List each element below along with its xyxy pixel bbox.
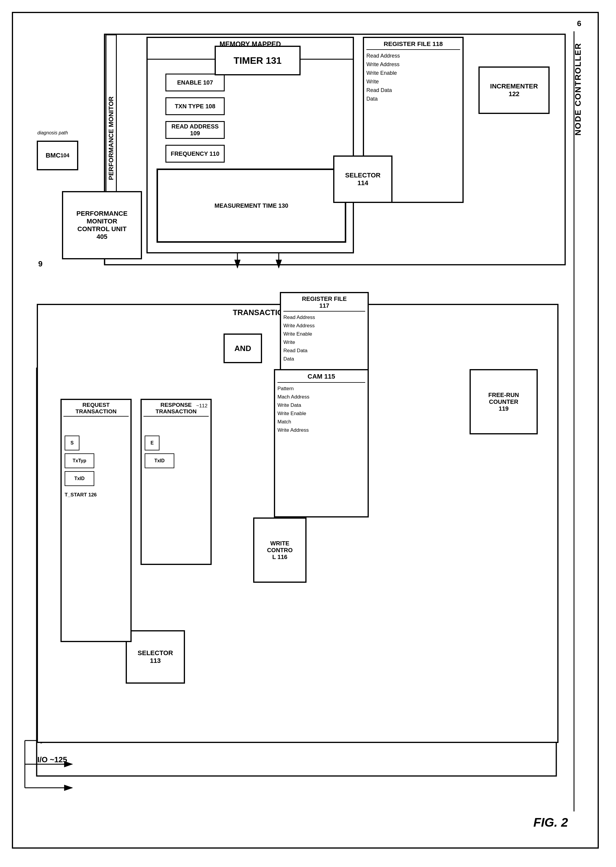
selector-114: SELECTOR114	[333, 156, 393, 203]
request-transaction-box: REQUESTTRANSACTION S TxTyp TxID T_START …	[60, 399, 132, 642]
txn-type-reg: TXN TYPE 108	[165, 97, 225, 115]
measurement-time-reg: MEASUREMENT TIME 130	[157, 169, 346, 243]
diagnosis-path-label: diagnosis path	[37, 130, 68, 136]
ref-6: 6	[577, 19, 581, 28]
enable-reg: ENABLE 107	[165, 74, 225, 91]
timer-box: TIMER 131	[215, 46, 300, 76]
fig-label: FIG. 2	[533, 815, 568, 830]
cam-115: CAM 115 Pattern Mach Address Write Data …	[274, 369, 369, 517]
pmcu-box: PERFORMANCEMONITORCONTROL UNIT405	[62, 191, 142, 259]
read-address-reg: READ ADDRESS 109	[165, 121, 225, 139]
ref-9: 9	[38, 259, 42, 268]
selector-113: SELECTOR113	[126, 630, 185, 684]
response-transaction-box: RESPONSETRANSACTION ~112 E TxID	[140, 399, 212, 565]
bmc-box: BMC104	[37, 141, 78, 170]
free-run-counter: FREE-RUNCOUNTER119	[470, 369, 538, 434]
frequency-reg: FREQUENCY 110	[165, 145, 225, 162]
write-control-116: WRITECONTROL 116	[253, 517, 306, 583]
timer-label: TIMER 131	[234, 55, 281, 66]
and-gate: AND	[223, 334, 262, 363]
node-controller-label: NODE CONTROLLER	[573, 43, 583, 136]
incrementer-122: INCREMENTER122	[478, 66, 550, 114]
diagram-container: NODE CONTROLLER 6 PERFORMANCE MONITOR TI…	[12, 12, 599, 849]
io-label: I/O ~125	[37, 755, 67, 765]
